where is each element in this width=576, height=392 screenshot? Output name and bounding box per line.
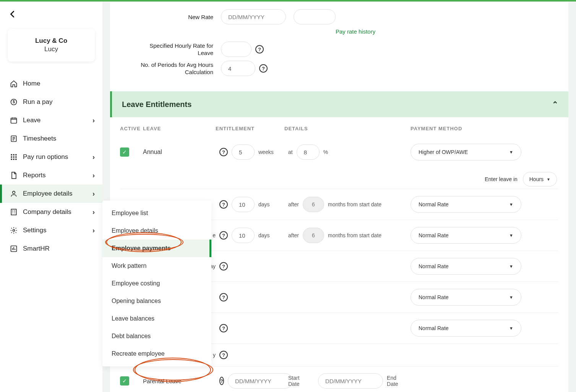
entitlement-input[interactable]: 10 — [232, 228, 255, 243]
annual-active-checkbox[interactable]: ✓ — [120, 147, 129, 157]
help-icon[interactable]: ? — [219, 377, 224, 385]
annual-payment-select[interactable]: Higher of OWP/AWE ▼ — [411, 144, 521, 160]
payment-select[interactable]: Normal Rate ▼ — [411, 289, 521, 306]
leave-row-parental: ✓ Parental Leave ? DD/MM/YYYY Start Date… — [120, 366, 558, 392]
th-payment: PAYMENT METHOD — [411, 126, 558, 131]
sidebar: Lucy & Co Lucy Home $ Run a pay Leave › … — [0, 2, 102, 392]
enter-leave-unit-select[interactable]: Hours ▼ — [523, 172, 557, 186]
payment-select[interactable]: Normal Rate ▼ — [411, 227, 521, 244]
end-date-label: End Date — [387, 375, 407, 387]
entitlement-input[interactable]: 10 — [232, 197, 255, 212]
months-input: 6 — [303, 197, 324, 212]
nav-reports[interactable]: Reports › — [0, 166, 102, 185]
nav-run-pay-label: Run a pay — [23, 98, 53, 106]
nav-company-details-label: Company details — [23, 208, 71, 216]
svg-rect-7 — [11, 156, 12, 157]
org-name: Lucy & Co — [11, 37, 91, 45]
submenu-employee-details[interactable]: Employee details — [102, 222, 211, 240]
dollar-icon: $ — [8, 98, 19, 106]
nav-home-label: Home — [23, 80, 40, 87]
periods-input[interactable]: 4 — [221, 61, 255, 76]
svg-rect-9 — [15, 156, 16, 157]
table-header-row: ACTIVE LEAVE ENTITLEMENT DETAILS PAYMENT… — [120, 117, 558, 137]
payment-value: Normal Rate — [419, 232, 449, 238]
start-date-label: Start Date — [288, 375, 310, 387]
gear-icon — [8, 227, 19, 234]
submenu-work-pattern[interactable]: Work pattern — [102, 257, 211, 275]
nav-settings-label: Settings — [23, 227, 46, 234]
th-active: ACTIVE — [120, 126, 143, 131]
new-rate-date-input[interactable]: DD/MM/YYYY — [221, 9, 286, 24]
nav-run-pay[interactable]: $ Run a pay — [0, 93, 102, 111]
svg-rect-4 — [11, 154, 12, 156]
nav-smarthr-label: SmartHR — [23, 245, 50, 253]
nav-timesheets[interactable]: Timesheets — [0, 130, 102, 148]
th-details: DETAILS — [284, 126, 411, 131]
help-icon[interactable]: ? — [259, 64, 268, 73]
nav-smarthr[interactable]: SmartHR — [0, 240, 102, 258]
caret-down-icon: ▼ — [509, 233, 513, 238]
svg-rect-2 — [11, 118, 17, 123]
months-input: 6 — [303, 228, 324, 243]
svg-rect-10 — [11, 159, 12, 160]
nav-pay-run-options[interactable]: Pay run options › — [0, 148, 102, 166]
th-leave: LEAVE — [143, 126, 216, 131]
help-icon[interactable]: ? — [219, 231, 228, 240]
caret-down-icon: ▼ — [509, 295, 513, 300]
person-icon — [8, 190, 19, 198]
nav-employee-details-label: Employee details — [23, 190, 72, 198]
leave-entitlements-header[interactable]: Leave Entitlements ⌃ — [110, 91, 568, 117]
help-icon[interactable]: ? — [219, 200, 228, 209]
shr-row: Specified Hourly Rate for Leave ? — [137, 42, 568, 57]
help-icon[interactable]: ? — [219, 293, 228, 301]
payment-select[interactable]: Normal Rate ▼ — [411, 196, 521, 213]
payment-value: Normal Rate — [419, 294, 449, 300]
submenu-employee-list[interactable]: Employee list — [102, 204, 211, 222]
annual-payment-value: Higher of OWP/AWE — [419, 149, 468, 155]
new-rate-label: New Rate — [137, 14, 221, 20]
parental-start-input[interactable]: DD/MM/YYYY — [228, 373, 293, 389]
chevron-left-icon — [8, 10, 17, 18]
nav-leave[interactable]: Leave › — [0, 111, 102, 130]
payment-select[interactable]: Normal Rate ▼ — [411, 258, 521, 275]
nav-leave-label: Leave — [23, 117, 41, 124]
new-rate-value-input[interactable] — [294, 9, 336, 24]
parental-end-input[interactable]: DD/MM/YYYY — [318, 373, 383, 389]
submenu-employee-payments[interactable]: Employee payments — [102, 240, 211, 257]
chevron-right-icon: › — [92, 153, 95, 161]
chevron-right-icon: › — [92, 117, 95, 125]
submenu-opening-balances[interactable]: Opening balances — [102, 292, 211, 310]
svg-rect-6 — [15, 154, 16, 156]
back-button[interactable] — [8, 10, 102, 19]
at-label: at — [288, 149, 293, 155]
org-card[interactable]: Lucy & Co Lucy — [8, 29, 95, 62]
parental-active-checkbox[interactable]: ✓ — [120, 376, 129, 386]
percent-unit: % — [323, 149, 328, 155]
help-icon[interactable]: ? — [219, 351, 228, 359]
submenu-employee-costing[interactable]: Employee costing — [102, 275, 211, 292]
annual-weeks-input[interactable]: 5 — [232, 144, 255, 160]
nav-settings[interactable]: Settings › — [0, 221, 102, 240]
after-label: after — [288, 232, 299, 238]
submenu-leave-balances[interactable]: Leave balances — [102, 310, 211, 327]
help-icon[interactable]: ? — [219, 262, 228, 271]
submenu-debt-balances[interactable]: Debt balances — [102, 327, 211, 345]
nav-employee-details[interactable]: Employee details › — [0, 185, 102, 203]
pay-rate-history-link[interactable]: Pay rate history — [336, 28, 375, 35]
annual-percent-input[interactable]: 8 — [297, 144, 320, 160]
document-icon — [8, 172, 19, 179]
help-icon[interactable]: ? — [219, 148, 228, 156]
chevron-right-icon: › — [92, 208, 95, 216]
nav-home[interactable]: Home — [0, 75, 102, 93]
payment-select[interactable]: Normal Rate ▼ — [411, 320, 521, 337]
help-icon[interactable]: ? — [219, 324, 228, 332]
calendar-icon — [8, 117, 19, 124]
periods-row: No. of Periods for Avg Hours Calculation… — [137, 61, 568, 76]
help-icon[interactable]: ? — [255, 45, 264, 53]
shr-input[interactable] — [221, 42, 251, 57]
enter-leave-in-label: Enter leave in — [485, 176, 518, 182]
submenu-recreate-employee[interactable]: Recreate employee — [102, 345, 211, 363]
caret-down-icon: ▼ — [509, 326, 513, 330]
nav-company-details[interactable]: Company details › — [0, 203, 102, 221]
weeks-unit: weeks — [258, 149, 274, 155]
